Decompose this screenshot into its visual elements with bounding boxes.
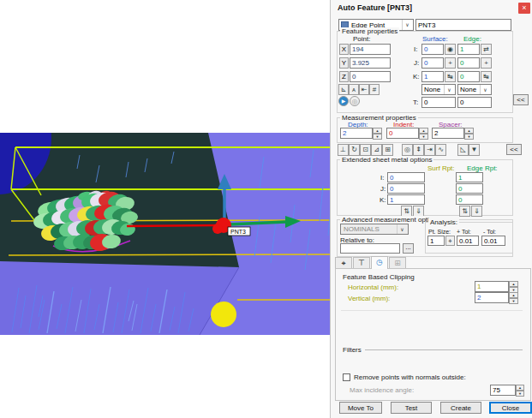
collapse-feature-button[interactable]: << <box>513 94 529 105</box>
surface-axis-value: None <box>424 86 440 93</box>
probe-option-icon-3[interactable]: ⇥ <box>424 144 435 156</box>
remove-points-checkbox[interactable] <box>343 373 350 381</box>
depth-input[interactable] <box>340 128 373 139</box>
spin-up-icon[interactable]: ▲ <box>509 292 518 298</box>
surf-rpt-j-input[interactable] <box>387 183 425 194</box>
sm-k-label: K: <box>380 196 386 204</box>
auto-label-icon[interactable]: ᴀ <box>349 84 359 95</box>
edge-rpt-i-input[interactable] <box>456 172 483 182</box>
surf-rpt-i-input[interactable] <box>387 172 425 182</box>
edge-k-input[interactable] <box>457 71 480 82</box>
picker-icon[interactable]: ⌖ <box>445 236 455 246</box>
snap-point-icon[interactable]: ⇤ <box>359 84 369 95</box>
tab-clipping-options[interactable]: ◷ <box>371 256 388 269</box>
y-axis-label: Y <box>339 57 349 69</box>
create-button[interactable]: Create <box>440 402 481 414</box>
tab-touch-options[interactable]: ⊤ <box>353 257 370 269</box>
angle-option-icon-1[interactable]: ◺ <box>457 144 469 156</box>
vertical-input[interactable] <box>475 292 509 303</box>
graph-mode-icon[interactable]: ⊾ <box>338 84 349 95</box>
close-button[interactable]: Close <box>489 402 532 414</box>
k-row-label: K: <box>413 73 420 81</box>
flip-vector-icon[interactable]: ⇄ <box>481 44 492 55</box>
surface-snap-icon[interactable]: ↹ <box>445 71 456 82</box>
relative-to-input[interactable] <box>340 243 400 254</box>
meas-mode-icon-5[interactable]: ⊞ <box>382 144 393 156</box>
test-button[interactable]: Test <box>391 402 432 414</box>
surface-move-icon[interactable]: + <box>445 57 456 69</box>
close-icon[interactable]: × <box>518 3 530 14</box>
meas-mode-icon-1[interactable]: ⊥ <box>338 144 349 156</box>
execute-icon[interactable]: ▶ <box>338 96 349 106</box>
tab-scan-options[interactable]: ⊞ <box>389 257 406 269</box>
surface-vector-icon[interactable]: ◉ <box>445 44 456 55</box>
tab-path-options[interactable]: ⌖ <box>335 257 352 269</box>
spin-down-icon[interactable]: ▼ <box>509 298 518 304</box>
spacer-stepper[interactable]: ▲ ▼ <box>464 128 474 140</box>
edge-snap-icon[interactable]: ↹ <box>481 71 492 82</box>
edge-j-input[interactable] <box>457 57 480 69</box>
y-value-input[interactable] <box>350 57 391 69</box>
probe-option-icon-4[interactable]: ∿ <box>435 144 446 156</box>
indent-input[interactable] <box>386 128 419 139</box>
horizontal-input[interactable] <box>475 281 509 292</box>
probe-option-icon-2[interactable]: ⇞ <box>413 144 424 156</box>
max-angle-stepper[interactable]: ▲ ▼ <box>516 385 524 397</box>
probe-option-icon-1[interactable]: ◎ <box>402 144 413 156</box>
spin-down-icon[interactable]: ▼ <box>419 134 428 140</box>
meas-mode-icon-4[interactable]: ⊿ <box>371 144 382 156</box>
max-angle-input[interactable] <box>490 385 516 396</box>
browse-button[interactable]: ... <box>403 243 414 254</box>
filters-divider <box>365 349 523 350</box>
auto-feature-dialog: Auto Feature [PNT3] × Edge Point ∨ Featu… <box>330 0 532 418</box>
edge-move-icon[interactable]: + <box>481 57 492 69</box>
edge-axis-select[interactable]: None ∨ <box>457 84 492 95</box>
meas-mode-icon-3[interactable]: ⊡ <box>360 144 371 156</box>
angle-option-icon-2[interactable]: ▼ <box>469 144 480 156</box>
grid-icon[interactable]: # <box>369 84 380 95</box>
edge-rpt-apply-icon[interactable]: ⇓ <box>471 206 482 217</box>
spin-down-icon[interactable]: ▼ <box>516 391 524 397</box>
spin-down-icon[interactable]: ▼ <box>373 134 382 140</box>
nominals-select[interactable]: NOMINALS ∨ <box>340 224 409 235</box>
horizontal-stepper[interactable]: ▲ ▼ <box>509 281 518 293</box>
vertical-stepper[interactable]: ▲ ▼ <box>509 292 518 304</box>
surface-i-input[interactable] <box>421 44 444 55</box>
surf-rpt-k-input[interactable] <box>387 194 425 205</box>
divider <box>341 310 523 311</box>
point-label: PNT3 <box>228 227 250 236</box>
spacer-input[interactable] <box>432 128 464 139</box>
edge-rpt-j-input[interactable] <box>456 183 483 194</box>
surface-k-input[interactable] <box>421 71 444 82</box>
edge-t-input[interactable] <box>457 97 492 108</box>
edge-rpt-k-input[interactable] <box>456 194 483 205</box>
vertical-label: Vertical (mm): <box>348 295 390 302</box>
edge-rpt-swap-icon[interactable]: ⇅ <box>459 206 470 217</box>
meas-mode-icon-2[interactable]: ↻ <box>349 144 360 156</box>
sm-i-label: I: <box>380 174 384 182</box>
spin-down-icon[interactable]: ▼ <box>464 134 474 140</box>
rotate-icon[interactable]: ◎ <box>350 96 360 106</box>
minus-tol-input[interactable] <box>481 236 505 246</box>
spin-up-icon[interactable]: ▲ <box>419 128 428 134</box>
collapse-measurement-button[interactable]: << <box>506 144 522 155</box>
surf-rpt-label: Surf Rpt: <box>427 164 455 172</box>
feature-name-input[interactable] <box>415 19 511 31</box>
probe-circle <box>211 302 236 327</box>
move-to-button[interactable]: Move To <box>339 402 382 414</box>
pt-size-input[interactable] <box>427 236 445 246</box>
x-value-input[interactable] <box>350 44 391 55</box>
surface-j-input[interactable] <box>421 57 444 69</box>
spin-up-icon[interactable]: ▲ <box>509 281 518 287</box>
surface-t-input[interactable] <box>421 97 456 108</box>
graphics-viewport[interactable]: PNT3 <box>0 133 333 335</box>
indent-stepper[interactable]: ▲ ▼ <box>419 128 428 140</box>
plus-tol-input[interactable] <box>457 236 479 246</box>
spin-up-icon[interactable]: ▲ <box>464 128 474 134</box>
z-value-input[interactable] <box>350 71 391 82</box>
spin-up-icon[interactable]: ▲ <box>373 128 382 134</box>
depth-stepper[interactable]: ▲ ▼ <box>373 128 382 140</box>
spin-up-icon[interactable]: ▲ <box>516 385 524 391</box>
edge-i-input[interactable] <box>457 44 480 55</box>
surface-axis-select[interactable]: None ∨ <box>421 84 456 95</box>
